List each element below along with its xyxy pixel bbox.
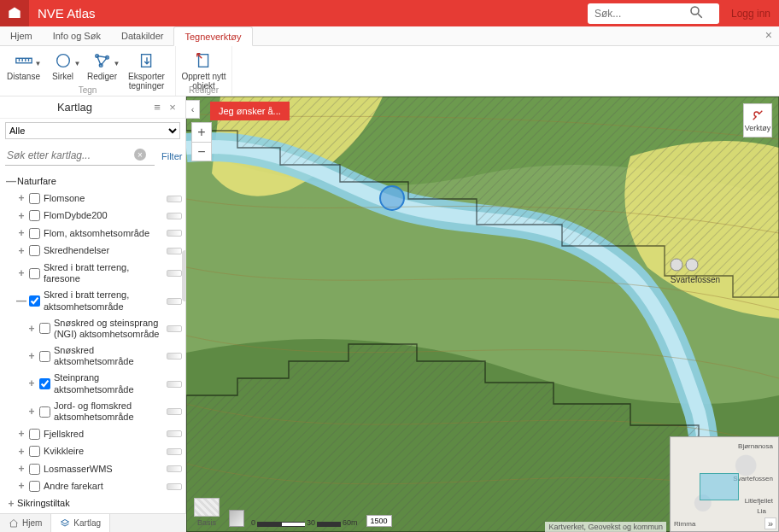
opacity-slider[interactable] xyxy=(167,448,182,455)
tabs-close-icon[interactable]: × xyxy=(765,28,772,42)
minimap-collapse-icon[interactable]: » xyxy=(764,517,776,529)
expand-icon[interactable]: + xyxy=(26,377,38,389)
chevron-down-icon: ▼ xyxy=(114,60,120,67)
clear-search-icon[interactable]: × xyxy=(134,149,146,161)
tools-icon xyxy=(751,108,764,122)
expand-icon[interactable]: + xyxy=(15,210,27,222)
collapse-icon[interactable]: — xyxy=(5,175,17,187)
layer-checkbox[interactable] xyxy=(29,228,40,239)
expand-icon[interactable]: + xyxy=(15,463,27,475)
zoom-out-button[interactable]: − xyxy=(192,142,211,161)
opacity-slider[interactable] xyxy=(167,325,182,332)
opacity-slider[interactable] xyxy=(167,298,182,305)
bottom-tab-kartlag[interactable]: Kartlag xyxy=(51,514,110,532)
circle-tool[interactable]: Sirkel ▼ xyxy=(44,48,83,91)
layer-row[interactable]: +Skred i bratt terreng, faresone xyxy=(0,260,185,287)
global-search[interactable] xyxy=(588,3,719,24)
layer-checkbox[interactable] xyxy=(29,193,40,204)
layer-row[interactable]: +Jord- og flomskred aktsomhetsområde xyxy=(0,398,185,425)
home-icon xyxy=(9,518,19,529)
layer-checkbox[interactable] xyxy=(29,446,40,457)
collapse-icon[interactable]: — xyxy=(15,295,27,307)
app-title: NVE Atlas xyxy=(38,6,96,20)
layer-category-select[interactable]: Alle xyxy=(5,122,180,139)
expand-icon[interactable]: + xyxy=(15,267,27,279)
expand-icon[interactable]: + xyxy=(26,350,38,362)
opacity-slider[interactable] xyxy=(167,465,182,472)
selection-marker[interactable] xyxy=(379,185,405,211)
distance-tool[interactable]: Distanse ▼ xyxy=(4,48,44,91)
expand-icon[interactable]: + xyxy=(15,480,27,492)
expand-icon[interactable]: + xyxy=(26,323,38,335)
layer-checkbox[interactable] xyxy=(29,210,40,221)
layer-row[interactable]: +Andre farekart xyxy=(0,477,185,494)
expand-icon[interactable]: + xyxy=(15,428,27,440)
opacity-slider[interactable] xyxy=(167,408,182,415)
expand-icon[interactable]: + xyxy=(15,227,27,239)
layer-checkbox[interactable] xyxy=(39,351,50,362)
bottom-tab-hjem[interactable]: Hjem xyxy=(0,514,51,532)
opacity-slider[interactable] xyxy=(167,381,182,388)
svg-point-0 xyxy=(691,7,699,15)
scale-ratio[interactable]: 1500 xyxy=(366,515,392,527)
opacity-slider[interactable] xyxy=(167,270,182,277)
layer-row[interactable]: +Flomsone xyxy=(0,190,185,207)
edit-tool[interactable]: Rediger ▼ xyxy=(83,48,122,91)
opacity-slider[interactable] xyxy=(167,430,182,437)
tools-button[interactable]: Verktøy xyxy=(743,103,772,137)
tab-hjem[interactable]: Hjem xyxy=(0,26,43,45)
layer-checkbox[interactable] xyxy=(39,378,50,389)
expand-icon[interactable]: + xyxy=(15,192,27,204)
tab-info[interactable]: Info og Søk xyxy=(43,26,111,45)
layer-checkbox[interactable] xyxy=(29,268,40,279)
layer-checkbox[interactable] xyxy=(39,323,50,334)
layer-checkbox[interactable] xyxy=(29,481,40,492)
layer-row[interactable]: +Snøskred aktsomhetsområde xyxy=(0,342,185,370)
export-tool[interactable]: Eksporter tegninger xyxy=(122,48,172,91)
panel-close-icon[interactable]: × xyxy=(165,101,180,114)
new-object-tool[interactable]: Opprett nytt objekt xyxy=(179,48,229,91)
ruler-icon xyxy=(15,50,33,72)
opacity-slider[interactable] xyxy=(167,353,182,360)
layer-checkbox[interactable] xyxy=(39,406,50,418)
layer-row[interactable]: +Skredhendelser xyxy=(0,243,185,260)
layer-row[interactable]: +Steinprang aktsomhetsområde xyxy=(0,370,185,397)
layer-row[interactable]: +Kvikkleire xyxy=(0,443,185,460)
opacity-slider[interactable] xyxy=(167,213,182,219)
filter-link[interactable]: Filter xyxy=(161,151,182,161)
expand-icon[interactable]: + xyxy=(26,406,38,418)
i-want-to-button[interactable]: Jeg ønsker å... xyxy=(210,102,290,120)
layer-checkbox[interactable] xyxy=(29,245,40,256)
tab-datakilder[interactable]: Datakilder xyxy=(111,26,174,45)
panel-menu-icon[interactable]: ≡ xyxy=(149,101,165,114)
layer-row[interactable]: +Snøskred og steinsprang (NGI) aktsomhet… xyxy=(0,315,185,342)
layer-checkbox[interactable] xyxy=(29,464,40,475)
layer-checkbox[interactable] xyxy=(29,295,40,307)
tab-tegneverktoy[interactable]: Tegneverktøy xyxy=(173,26,252,46)
expand-icon[interactable]: + xyxy=(15,446,27,458)
opacity-slider[interactable] xyxy=(167,248,182,254)
layer-checkbox[interactable] xyxy=(29,429,40,440)
layer-row[interactable]: +Fjellskred xyxy=(0,425,185,442)
zoom-in-button[interactable]: + xyxy=(192,123,211,142)
panel-collapse-handle[interactable]: ‹ xyxy=(186,100,200,119)
login-link[interactable]: Logg inn xyxy=(731,8,770,20)
layer-row[interactable]: +LosmasserWMS xyxy=(0,460,185,477)
opacity-slider[interactable] xyxy=(167,230,182,237)
layer-search-input[interactable] xyxy=(5,146,155,166)
expand-icon[interactable]: + xyxy=(15,245,27,257)
global-search-input[interactable] xyxy=(594,8,688,20)
expand-icon[interactable]: + xyxy=(5,498,17,510)
layer-panel: Kartlag ≡ × Alle × Filter — Naturfare +F… xyxy=(0,96,186,532)
map-area[interactable]: Svartefossen ‹ + − Jeg ønsker å... Verkt… xyxy=(186,96,779,532)
opacity-slider[interactable] xyxy=(167,483,182,490)
layer-row[interactable]: —Skred i bratt terreng, aktsomhetsområde xyxy=(0,287,185,314)
minimap[interactable]: Bjørnanosa Svartefossen Litlefjellet Lia… xyxy=(670,436,779,532)
layer-row[interactable]: +Flom, aktsomhetsområde xyxy=(0,225,185,242)
svg-rect-11 xyxy=(141,55,150,67)
opacity-slider[interactable] xyxy=(167,196,182,202)
search-icon[interactable] xyxy=(688,4,704,23)
basemap-button[interactable]: Basis xyxy=(191,498,222,527)
perspective-icon[interactable] xyxy=(229,510,244,527)
layer-row[interactable]: +FlomDybde200 xyxy=(0,208,185,225)
